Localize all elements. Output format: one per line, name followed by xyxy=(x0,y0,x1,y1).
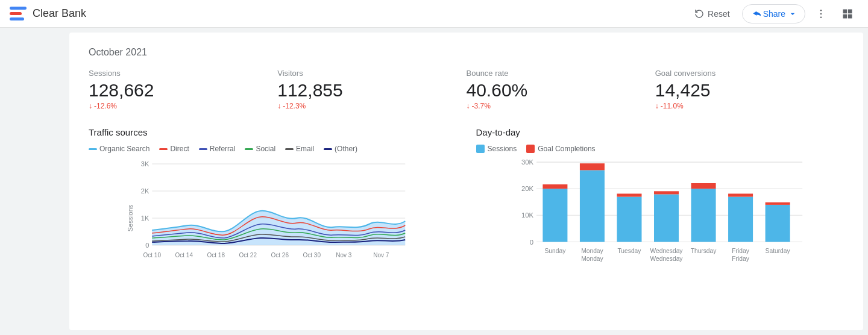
email-color xyxy=(285,148,294,150)
down-arrow-icon: ↓ xyxy=(277,102,281,110)
metric-sessions-value: 128,662 xyxy=(89,80,277,101)
svg-text:Monday: Monday xyxy=(581,255,603,262)
day-to-day-chart: 30K 20K 10K 0 Sunday xyxy=(476,159,844,282)
legend-other: (Other) xyxy=(324,145,357,153)
svg-text:Oct 14: Oct 14 xyxy=(175,252,193,258)
svg-text:Oct 30: Oct 30 xyxy=(303,252,321,258)
down-arrow-icon: ↓ xyxy=(89,102,92,110)
svg-text:20K: 20K xyxy=(521,185,533,192)
metric-bounce-value: 40.60% xyxy=(467,80,655,101)
bar-sunday-sessions xyxy=(542,189,567,242)
svg-text:2K: 2K xyxy=(141,187,149,195)
more-icon xyxy=(815,8,827,20)
metric-visitors-change: ↓ -12.3% xyxy=(277,102,466,110)
bar-tuesday-goals xyxy=(617,193,641,196)
metric-visitors-label: Visitors xyxy=(277,69,466,78)
bar-friday-sessions xyxy=(728,197,753,242)
grid-view-button[interactable] xyxy=(837,3,858,25)
goals-color xyxy=(526,145,535,153)
logo-icon xyxy=(10,5,27,22)
bar-chart-svg: 30K 20K 10K 0 Sunday xyxy=(476,159,844,280)
bar-friday-goals xyxy=(728,193,753,196)
metric-goal-conversions: Goal conversions 14,425 ↓ -11.0% xyxy=(655,69,844,110)
sessions-color xyxy=(476,145,485,153)
svg-point-0 xyxy=(820,9,822,10)
traffic-sources-title: Traffic sources xyxy=(89,127,457,137)
line-chart-svg: 3K 2K 1K 0 Sessions xyxy=(89,158,457,278)
svg-text:Friday: Friday xyxy=(732,248,749,254)
chevron-down-icon xyxy=(788,9,797,19)
metric-sessions: Sessions 128,662 ↓ -12.6% xyxy=(89,69,277,110)
direct-color xyxy=(159,148,168,150)
legend-organic: Organic Search xyxy=(89,145,149,153)
metric-sessions-change: ↓ -12.6% xyxy=(89,102,277,110)
header-left: Clear Bank xyxy=(10,5,86,22)
svg-text:Oct 18: Oct 18 xyxy=(207,252,225,258)
svg-text:Saturday: Saturday xyxy=(765,248,790,254)
svg-text:0: 0 xyxy=(529,239,533,246)
svg-text:10K: 10K xyxy=(521,211,533,219)
charts-row: Traffic sources Organic Search Direct Re… xyxy=(89,127,844,282)
bar-wednesday-goals xyxy=(653,191,678,194)
header: Clear Bank Reset Share xyxy=(0,0,868,28)
day-to-day-title: Day-to-day xyxy=(476,127,844,137)
svg-text:Nov 3: Nov 3 xyxy=(336,252,352,258)
svg-text:Sunday: Sunday xyxy=(544,248,566,254)
svg-point-2 xyxy=(820,16,822,18)
metric-sessions-label: Sessions xyxy=(89,69,277,78)
metric-bounce-change: ↓ -3.7% xyxy=(467,102,655,110)
more-options-button[interactable] xyxy=(810,3,832,25)
bar-thursday-sessions xyxy=(691,189,715,242)
metric-goal-label: Goal conversions xyxy=(655,69,844,78)
social-color xyxy=(245,148,253,150)
svg-text:1K: 1K xyxy=(141,214,149,222)
share-icon xyxy=(750,8,761,19)
bar-thursday-goals xyxy=(691,183,715,189)
reset-button[interactable]: Reset xyxy=(687,5,737,22)
metric-visitors-value: 112,855 xyxy=(277,80,466,101)
traffic-sources-legend: Organic Search Direct Referral Social xyxy=(89,145,457,153)
traffic-sources-chart: 3K 2K 1K 0 Sessions xyxy=(89,158,457,281)
app-title: Clear Bank xyxy=(33,7,86,20)
down-arrow-icon: ↓ xyxy=(655,102,659,110)
svg-text:Oct 22: Oct 22 xyxy=(239,252,257,258)
svg-text:Friday: Friday xyxy=(732,255,749,262)
traffic-sources-section: Traffic sources Organic Search Direct Re… xyxy=(89,127,457,282)
main-content: October 2021 Sessions 128,662 ↓ -12.6% V… xyxy=(69,33,863,330)
sidebar xyxy=(0,28,69,335)
svg-text:Oct 26: Oct 26 xyxy=(271,252,289,258)
metric-goal-change: ↓ -11.0% xyxy=(655,102,844,110)
metric-goal-value: 14,425 xyxy=(655,80,844,101)
svg-text:Sessions: Sessions xyxy=(127,204,134,231)
metrics-row: Sessions 128,662 ↓ -12.6% Visitors 112,8… xyxy=(89,69,844,110)
metric-bounce-label: Bounce rate xyxy=(467,69,655,78)
svg-text:30K: 30K xyxy=(521,159,533,166)
reset-icon xyxy=(694,9,704,19)
referral-color xyxy=(199,148,207,150)
bar-monday-goals xyxy=(579,163,604,170)
metric-bounce-rate: Bounce rate 40.60% ↓ -3.7% xyxy=(467,69,655,110)
bar-monday-sessions xyxy=(579,170,604,242)
bar-legend-sessions: Sessions xyxy=(476,145,517,153)
share-button[interactable]: Share xyxy=(742,4,805,23)
legend-social: Social xyxy=(245,145,275,153)
svg-point-1 xyxy=(820,13,822,14)
header-right: Reset Share xyxy=(687,3,858,25)
bar-saturday-sessions xyxy=(765,205,790,242)
svg-text:Wednesday: Wednesday xyxy=(650,255,683,262)
legend-direct: Direct xyxy=(159,145,189,153)
day-to-day-section: Day-to-day Sessions Goal Completions xyxy=(476,127,844,282)
period-label: October 2021 xyxy=(89,47,844,58)
bar-legend-goals: Goal Completions xyxy=(526,145,595,153)
metric-visitors: Visitors 112,855 ↓ -12.3% xyxy=(277,69,466,110)
bar-saturday-goals xyxy=(765,202,790,205)
page-layout: October 2021 Sessions 128,662 ↓ -12.6% V… xyxy=(0,28,868,335)
organic-search-color xyxy=(89,148,97,150)
legend-email: Email xyxy=(285,145,314,153)
svg-text:0: 0 xyxy=(145,242,149,249)
svg-text:Thursday: Thursday xyxy=(690,248,717,254)
svg-text:Monday: Monday xyxy=(581,248,603,254)
legend-referral: Referral xyxy=(199,145,236,153)
svg-text:Oct 10: Oct 10 xyxy=(143,252,162,258)
down-arrow-icon: ↓ xyxy=(467,102,470,110)
